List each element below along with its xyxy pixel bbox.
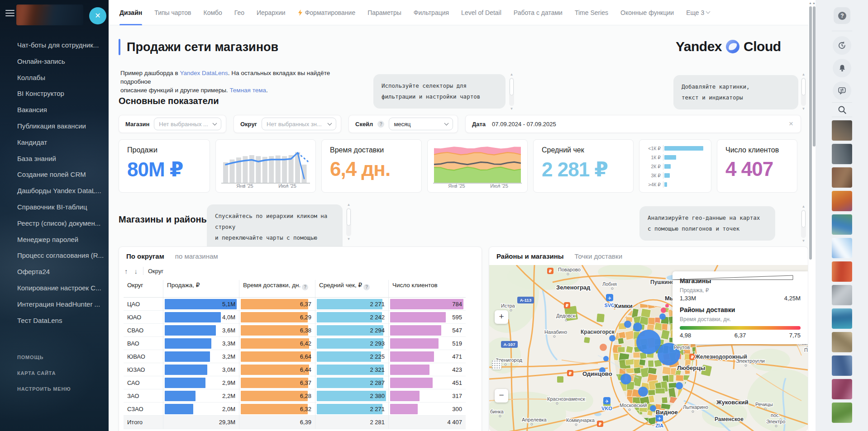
sidebar-item[interactable]: Онлайн-запись: [0, 53, 109, 70]
sidebar-item[interactable]: База знаний: [0, 151, 109, 167]
geo-map[interactable]: А-113А-107✈SVO✈VKO✈ZIAM₽₽₽₽₽ПоваровоЗеле…: [489, 265, 808, 431]
sidebar-footer-link[interactable]: КАРТА САЙТА: [17, 370, 71, 376]
store-bubble[interactable]: [638, 387, 648, 397]
widget-thumbnail[interactable]: [832, 191, 852, 211]
col-check[interactable]: Средний чек, ₽?: [315, 280, 389, 297]
table-row[interactable]: ВАО3,3М6,422 293519: [124, 337, 466, 350]
tab-time-series[interactable]: Time Series: [575, 0, 608, 25]
sidebar-footer-link[interactable]: ПОМОЩЬ: [17, 355, 71, 360]
map-drag-handle[interactable]: [492, 360, 501, 369]
sidebar-item[interactable]: Кандидат: [0, 134, 109, 151]
widget-thumbnail[interactable]: [832, 379, 852, 399]
scroll-thumb[interactable]: [347, 208, 351, 226]
help-icon[interactable]: ?: [363, 284, 370, 290]
store-bubble[interactable]: [609, 335, 615, 341]
sidebar-item[interactable]: Тест DataLens: [0, 313, 109, 329]
histogram-bar[interactable]: [664, 155, 676, 160]
tab-level-of-detail[interactable]: Level of Detail: [461, 0, 501, 25]
history-button[interactable]: [833, 36, 851, 55]
sidebar-item[interactable]: Чат-боты для сотрудник...: [0, 37, 109, 53]
histogram-bar[interactable]: [664, 164, 671, 169]
tab-работа-с-датами[interactable]: Работа с датами: [514, 0, 563, 25]
tab-иерархии[interactable]: Иерархии: [257, 0, 286, 25]
store-bubble[interactable]: [676, 382, 683, 389]
widget-thumbnail[interactable]: [832, 308, 852, 329]
tab-by-stores[interactable]: по магазинам: [175, 252, 218, 260]
search-button[interactable]: [835, 103, 849, 117]
help-icon[interactable]: ?: [377, 121, 384, 128]
table-row[interactable]: ЗАО2,2М6,282 380317: [124, 389, 466, 403]
clear-icon[interactable]: ×: [786, 119, 796, 128]
tab-комбо[interactable]: Комбо: [204, 0, 222, 25]
tab-параметры[interactable]: Параметры: [367, 0, 401, 25]
histogram-bar[interactable]: [664, 182, 667, 187]
scrollbar-thumb[interactable]: [813, 6, 816, 147]
tab-форматирование[interactable]: Форматирование: [298, 0, 356, 25]
sidebar-item[interactable]: Создание полей CRM: [0, 166, 109, 183]
filter-district-select[interactable]: Нет выбранных зн...: [262, 118, 336, 130]
scroll-thumb[interactable]: [510, 78, 514, 95]
sidebar-footer-link[interactable]: НАСТРОИТЬ МЕНЮ: [17, 386, 71, 392]
tab-фильтрация[interactable]: Фильтрация: [414, 0, 449, 25]
col-sales[interactable]: Продажа, ₽: [163, 280, 239, 297]
widget-thumbnail[interactable]: [832, 238, 852, 258]
widget-thumbnail[interactable]: [832, 167, 852, 188]
sidebar-item[interactable]: Интеграция HeadHunter ...: [0, 296, 109, 313]
dialog-button[interactable]: [833, 81, 851, 100]
tab-districts-stores[interactable]: Районы и магазины: [496, 252, 564, 260]
zoom-in-button[interactable]: +: [495, 310, 508, 324]
widget-thumbnail[interactable]: [832, 120, 852, 141]
table-row[interactable]: ЮЗАО3,0М6,442 321423: [124, 363, 466, 376]
scroll-thumb[interactable]: [801, 210, 806, 227]
widget-thumbnail[interactable]: [832, 355, 852, 376]
sidebar-item[interactable]: Оферта24: [0, 264, 109, 280]
col-delivery[interactable]: Время доставки, дн.?: [239, 280, 315, 297]
table-row[interactable]: СЗАО2,0М6,322 271300: [124, 403, 466, 416]
sidebar-item[interactable]: Вакансия: [0, 102, 109, 118]
histogram-bar[interactable]: [664, 146, 703, 151]
store-bubble[interactable]: [633, 322, 642, 332]
table-row[interactable]: СВАО3,6М6,382 294547: [124, 324, 466, 337]
link-yandex-datalens[interactable]: Yandex DataLens: [180, 70, 228, 76]
tab-оконные-функции[interactable]: Оконные функции: [620, 0, 674, 25]
widget-thumbnail[interactable]: [832, 261, 852, 282]
filter-date[interactable]: Дата 07.09.2024 - 07.09.2025 ×: [465, 115, 801, 133]
sidebar-close-button[interactable]: ✕: [89, 7, 106, 24]
help-icon[interactable]: ?: [302, 284, 308, 290]
sort-asc-icon[interactable]: ↑: [124, 267, 129, 275]
widget-thumbnail[interactable]: [832, 403, 852, 423]
tab-типы-чартов[interactable]: Типы чартов: [154, 0, 191, 25]
notifications-button[interactable]: [833, 59, 851, 77]
widget-thumbnail[interactable]: [832, 214, 852, 235]
store-bubble[interactable]: [603, 356, 609, 361]
sidebar-item[interactable]: Справочник BI-таблиц: [0, 199, 109, 215]
store-bubble[interactable]: [650, 405, 656, 412]
tab-delivery-points[interactable]: Точки доставки: [575, 252, 622, 260]
help-button[interactable]: ?: [834, 7, 850, 24]
tab-гео[interactable]: Гео: [234, 0, 244, 25]
table-row[interactable]: ЮАО4,0М6,292 242595: [124, 311, 466, 324]
col-clients[interactable]: Число клиентов: [389, 280, 466, 297]
widget-thumbnail[interactable]: [832, 332, 852, 352]
sidebar-item[interactable]: Публикация вакансии: [0, 118, 109, 134]
table-row[interactable]: САО2,9М6,372 287451: [124, 376, 466, 389]
filter-store-select[interactable]: Нет выбранных ...: [154, 118, 221, 130]
sidebar-item[interactable]: Коллабы: [0, 70, 109, 86]
sidebar-item[interactable]: Реестр (список) докумен...: [0, 215, 109, 232]
col-district[interactable]: Округ: [124, 280, 163, 297]
sort-desc-icon[interactable]: ↓: [134, 267, 139, 275]
sidebar-item[interactable]: Процесс согласования (R...: [0, 247, 109, 264]
store-bubble[interactable]: [624, 321, 631, 328]
sidebar-item[interactable]: Копирование настроек С...: [0, 280, 109, 296]
widget-thumbnail[interactable]: [832, 144, 852, 164]
scroll-thumb[interactable]: [801, 78, 806, 95]
link-dark-theme[interactable]: Темная тема: [229, 87, 266, 94]
sidebar-item[interactable]: Дашборды Yandex DataL...: [0, 183, 109, 199]
tab-еще-3[interactable]: Еще 3: [686, 0, 710, 25]
table-row[interactable]: ЦАО5,1М6,372 271784: [124, 298, 466, 311]
sidebar-item[interactable]: BI Конструктор: [0, 85, 109, 102]
sort-field-chip[interactable]: Округ: [148, 268, 163, 275]
tab-by-districts[interactable]: По округам: [126, 252, 164, 260]
filter-scale-select[interactable]: месяц: [389, 118, 453, 130]
zoom-out-button[interactable]: −: [495, 389, 508, 403]
